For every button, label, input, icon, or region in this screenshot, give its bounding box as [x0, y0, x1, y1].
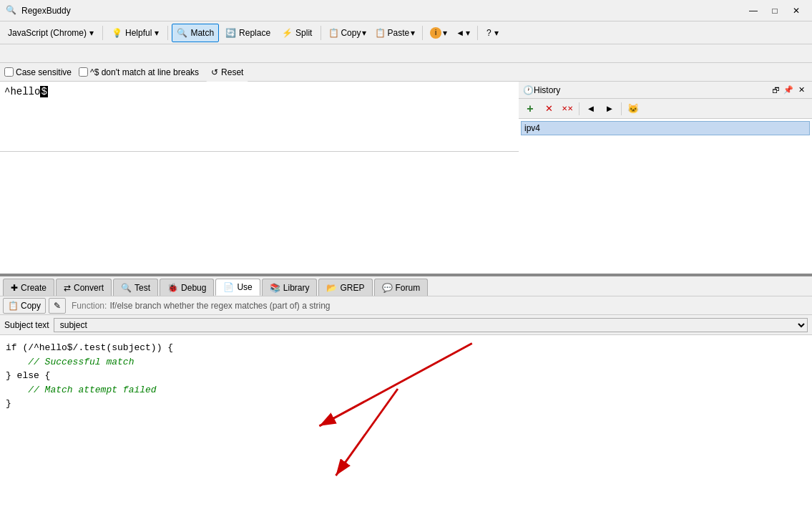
tab-grep[interactable]: 📂 GREP [318, 279, 372, 296]
paste-icon: 📋 [375, 28, 386, 38]
reset-button[interactable]: ↺ Reset [206, 63, 248, 82]
tab-grep-label: GREP [340, 283, 364, 293]
code-line-2: // Successful match [6, 355, 806, 370]
separator [579, 102, 579, 115]
history-list: ipv4 [519, 119, 812, 274]
helpful-button[interactable]: 💡 Helpful ▾ [107, 24, 164, 42]
chevron-down-icon: ▾ [466, 28, 470, 38]
case-sensitive-checkbox[interactable] [4, 67, 14, 77]
separator2 [621, 102, 622, 115]
forum-icon: 💬 [382, 283, 393, 293]
paste-button[interactable]: 📋 Paste ▾ [371, 24, 419, 42]
history-item[interactable]: ipv4 [521, 121, 810, 135]
history-bookmark-button[interactable]: 🐱 [625, 101, 642, 117]
tab-forum[interactable]: 💬 Forum [374, 279, 429, 296]
match-label: Match [190, 28, 214, 38]
regex-editor: ^hello$ [0, 82, 519, 152]
separator-2 [167, 26, 168, 40]
function-label: Function: [72, 301, 107, 311]
tab-test[interactable]: 🔍 Test [113, 279, 158, 296]
language-selector[interactable]: JavaScript (Chrome) ▾ [3, 24, 99, 42]
anchors-option[interactable]: ^$ don't match at line breaks [79, 67, 199, 77]
history-restore-button[interactable]: 🗗 [769, 84, 782, 97]
help-icon: ? [486, 28, 491, 38]
debug-icon-tab: 🐞 [167, 283, 178, 293]
history-delete-button[interactable]: ✕ [540, 101, 557, 117]
chevron-down-icon: ▾ [155, 28, 159, 38]
replace-icon: 🔄 [225, 28, 236, 38]
edit-icon: ✎ [54, 301, 61, 311]
split-button[interactable]: ⚡ Split [277, 24, 317, 42]
helpful-icon: 💡 [112, 28, 122, 38]
main-split: ^hello$ 🕐 History 🗗 📌 ✕ + ✕ ✕✕ ◄ ► 🐱 ipv… [0, 82, 812, 275]
helpful-label: Helpful [125, 28, 152, 38]
grep-icon: 📂 [326, 283, 337, 293]
tab-library[interactable]: 📚 Library [262, 279, 318, 296]
nav-back-button[interactable]: ◄ ▾ [452, 24, 474, 42]
copy-label: Copy [341, 28, 361, 38]
chevron-down-icon: ▾ [89, 28, 94, 38]
separator-4 [422, 26, 423, 40]
reset-icon: ↺ [211, 67, 218, 77]
app-icon: 🔍 [6, 5, 17, 16]
paste-label: Paste [387, 28, 409, 38]
chevron-down-icon: ▾ [494, 28, 499, 38]
regex-pane: ^hello$ [0, 82, 519, 274]
create-icon: ✚ [11, 283, 18, 293]
tab-convert[interactable]: ⇄ Convert [56, 279, 112, 296]
separator-3 [321, 26, 321, 40]
use-copy-label: Copy [21, 301, 41, 311]
subject-row: Subject text subject [0, 315, 812, 335]
help-button[interactable]: ? ▾ [481, 24, 504, 42]
chevron-down-icon: ▾ [411, 28, 415, 38]
window-controls: — □ ✕ [743, 3, 806, 19]
tab-use-label: Use [237, 282, 252, 292]
copy-icon-use: 📋 [8, 301, 19, 311]
history-forward-button[interactable]: ► [601, 101, 618, 117]
cursor: $ [40, 86, 47, 97]
close-button[interactable]: ✕ [786, 3, 806, 19]
use-edit-button[interactable]: ✎ [49, 298, 66, 314]
history-back-button[interactable]: ◄ [582, 101, 600, 117]
code-line-3: } else { [6, 369, 806, 383]
tab-forum-label: Forum [396, 283, 421, 293]
tab-debug[interactable]: 🐞 Debug [160, 279, 214, 296]
history-add-button[interactable]: + [522, 101, 539, 117]
convert-icon: ⇄ [64, 283, 71, 293]
history-close-button[interactable]: ✕ [795, 84, 808, 97]
anchors-checkbox[interactable] [79, 67, 88, 77]
history-clear-button[interactable]: ✕✕ [559, 101, 576, 117]
debug-btn[interactable]: i ▾ [426, 24, 451, 42]
history-panel: 🕐 History 🗗 📌 ✕ + ✕ ✕✕ ◄ ► 🐱 ipv4 [519, 82, 812, 274]
split-icon: ⚡ [282, 28, 293, 38]
code-line-4: // Match attempt failed [6, 383, 806, 397]
app-title: RegexBuddy [21, 6, 743, 16]
back-icon: ◄ [456, 28, 464, 38]
use-copy-button[interactable]: 📋 Copy [3, 298, 46, 314]
subject-label: Subject text [4, 320, 49, 330]
case-sensitive-label: Case sensitive [16, 67, 72, 77]
replace-button[interactable]: 🔄 Replace [220, 24, 275, 42]
use-panel-toolbar: 📋 Copy ✎ Function: If/else branch whethe… [0, 296, 812, 315]
match-button[interactable]: 🔍 Match [172, 24, 219, 42]
minimize-button[interactable]: — [743, 3, 763, 19]
case-sensitive-option[interactable]: Case sensitive [4, 67, 72, 77]
history-pin-button[interactable]: 📌 [782, 84, 795, 97]
tabs-bar: ✚ Create ⇄ Convert 🔍 Test 🐞 Debug 📄 Use … [0, 276, 812, 296]
copy-button[interactable]: 📋 Copy ▾ [325, 24, 370, 42]
tab-create[interactable]: ✚ Create [3, 279, 54, 296]
language-label: JavaScript (Chrome) [8, 28, 87, 38]
chevron-down-icon: ▾ [443, 28, 447, 38]
maximize-button[interactable]: □ [765, 3, 785, 19]
regex-text: ^hello$ [4, 86, 48, 97]
history-title: History [534, 85, 769, 95]
titlebar: 🔍 RegexBuddy — □ ✕ [0, 0, 812, 21]
reset-label: Reset [221, 67, 243, 77]
anchors-label: ^$ don't match at line breaks [90, 67, 199, 77]
language-bar [0, 44, 812, 63]
tab-use[interactable]: 📄 Use [215, 279, 260, 296]
match-icon: 🔍 [177, 28, 187, 38]
subject-select[interactable]: subject [54, 318, 808, 332]
separator-1 [102, 26, 103, 40]
code-line-5: } [6, 397, 806, 411]
